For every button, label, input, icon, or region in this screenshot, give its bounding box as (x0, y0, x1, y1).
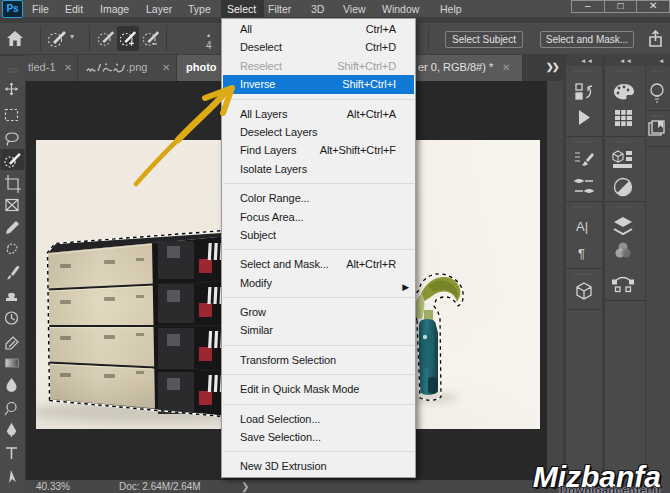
svg-text:¶: ¶ (578, 246, 585, 261)
svg-text:◄: ◄ (658, 57, 664, 64)
svg-text:◄◄: ◄◄ (619, 57, 632, 64)
svg-text:A|: A| (576, 219, 588, 234)
svg-text:◄◄: ◄◄ (580, 57, 593, 64)
